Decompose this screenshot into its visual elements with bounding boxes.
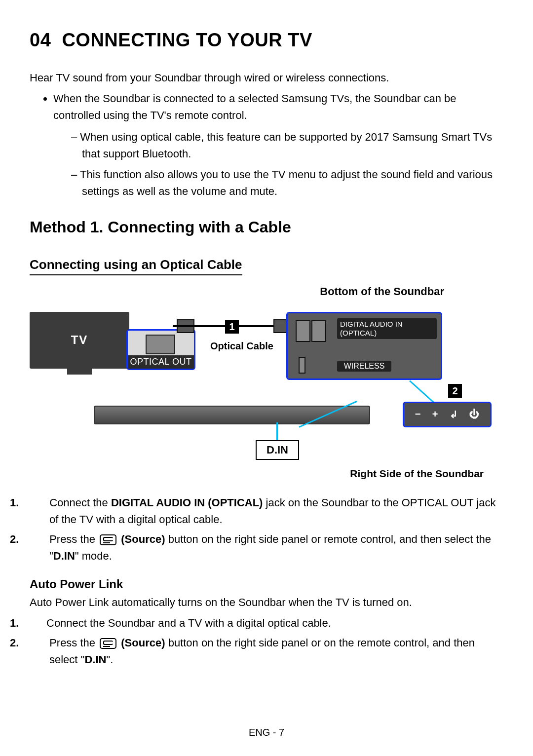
step-item: Press the (Source) button on the right s… [30,531,503,565]
tv-optical-out-port: OPTICAL OUT [126,329,195,370]
auto-power-link-heading: Auto Power Link [30,577,503,591]
step-bold: (Source) [121,533,165,545]
soundbar-body-illustration [94,406,370,424]
port-icon [311,320,326,342]
pointer-line [276,422,278,442]
step-text: " mode. [75,550,112,562]
source-button-icon [100,638,116,649]
bullet-text: When the Soundbar is connected to a sele… [53,92,457,121]
port-label-wireless: WIRELESS [337,361,391,372]
steps-list-a: Connect the DIGITAL AUDIO IN (OPTICAL) j… [30,494,503,565]
port-icon [146,335,175,354]
dash-item: When using optical cable, this feature c… [71,129,503,162]
section-title: 04 CONNECTING TO YOUR TV [30,30,503,51]
page-number: ENG - 7 [0,727,533,738]
port-icon [299,357,305,374]
step-item: Connect the DIGITAL AUDIO IN (OPTICAL) j… [30,494,503,528]
step-bold: D.IN [53,550,75,562]
volume-plus-icon: + [432,409,438,420]
callout-badge-1: 1 [225,320,239,334]
source-button-icon [100,534,116,545]
step-text: ". [106,653,113,666]
optical-out-label: OPTICAL OUT [128,355,194,369]
power-icon: ⏻ [469,409,479,420]
port-label-optical: DIGITAL AUDIO IN (OPTICAL) [337,318,437,339]
steps-list-b: Connect the Soundbar and a TV with a dig… [30,615,503,668]
bullet-item: When the Soundbar is connected to a sele… [53,90,503,200]
callout-badge-2: 2 [448,384,462,398]
din-callout: D.IN [256,440,299,460]
step-bold: D.IN [84,653,106,666]
source-icon: ↲ [450,409,458,420]
step-item: Connect the Soundbar and a TV with a dig… [30,615,503,632]
section-title-text: CONNECTING TO YOUR TV [62,30,312,50]
intro-bullets: When the Soundbar is connected to a sele… [30,90,503,200]
soundbar-bottom-ports: DIGITAL AUDIO IN (OPTICAL) WIRELESS [286,312,442,380]
optical-cable-label: Optical Cable [210,340,273,352]
step-text: Press the [49,533,98,545]
section-number: 04 [30,30,51,50]
step-bold: DIGITAL AUDIO IN (OPTICAL) [111,496,263,509]
dash-list: When using optical cable, this feature c… [53,129,503,200]
diagram-bottom-right-label: Right Side of the Soundbar [30,468,503,480]
dash-item: This function also allows you to use the… [71,166,503,200]
sub-heading: Connecting using an Optical Cable [30,257,242,275]
auto-power-link-text: Auto Power Link automatically turns on t… [30,594,503,611]
diagram-top-label: Bottom of the Soundbar [30,285,503,298]
step-text: Press the [49,637,98,649]
intro-text: Hear TV sound from your Soundbar through… [30,72,503,84]
tv-illustration: TV [30,312,129,369]
soundbar-side-panel: − + ↲ ⏻ [403,402,492,427]
connection-diagram: TV OPTICAL OUT 1 Optical Cable DIGITAL A… [30,302,503,465]
step-text: Connect the [49,496,111,509]
port-icon [296,320,310,342]
volume-minus-icon: − [415,409,421,420]
step-bold: (Source) [121,637,165,649]
diagram-wrap: Bottom of the Soundbar TV OPTICAL OUT 1 … [30,285,503,480]
tv-label: TV [30,333,129,347]
method-heading: Method 1. Connecting with a Cable [30,218,503,236]
step-item: Press the (Source) button on the right s… [30,635,503,668]
